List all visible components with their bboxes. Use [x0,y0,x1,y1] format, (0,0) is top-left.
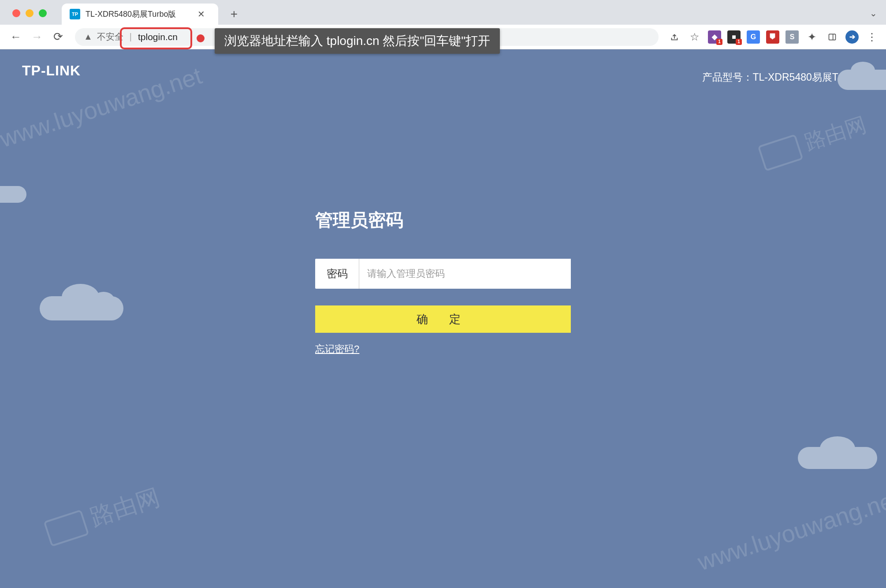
tabs-dropdown-icon[interactable]: ⌄ [870,8,877,19]
extension-translate-icon[interactable]: G [747,30,760,44]
maximize-window-button[interactable] [39,9,47,17]
extensions-puzzle-icon[interactable]: ✦ [805,30,819,44]
extension-badge: 1 [736,39,742,45]
cloud-decoration [838,70,886,90]
svg-rect-0 [829,34,836,40]
login-title: 管理员密码 [315,208,571,232]
bookmark-star-icon[interactable]: ☆ [688,30,702,44]
extension-gray-icon[interactable]: S [785,30,799,44]
extension-ublock-icon[interactable]: ⛊ [766,30,779,44]
watermark: www.luyouwang.net [694,485,886,576]
tab-title: TL-XDR5480易展Turbo版 [86,9,190,19]
window-controls [12,9,47,17]
cloud-decoration [40,296,123,320]
minimize-window-button[interactable] [26,9,34,17]
close-window-button[interactable] [12,9,20,17]
side-panel-icon[interactable] [825,30,839,44]
watermark: 路由网 [42,481,164,548]
tab-bar: TP TL-XDR5480易展Turbo版 ✕ + ⌄ [0,0,886,25]
cloud-decoration [0,186,26,203]
forward-button[interactable]: → [28,28,46,46]
reload-button[interactable]: ⟳ [49,28,67,46]
password-label: 密码 [315,259,359,289]
extension-dark-icon[interactable]: ■1 [727,30,741,44]
url-text: tplogin.cn [138,32,178,42]
forgot-password-link[interactable]: 忘记密码? [315,343,359,354]
password-row: 密码 [315,259,571,289]
extension-badge: 1 [716,39,722,45]
watermark: 路由网 [757,110,870,171]
password-input[interactable] [359,259,571,289]
extension-circle-icon[interactable]: ➔ [845,30,859,44]
page-content: TP-LINK 产品型号：TL-XDR5480易展Turbo版 www.luyo… [0,49,886,588]
tab-favicon: TP [70,9,80,19]
cloud-decoration [798,447,877,469]
brand-logo: TP-LINK [22,63,81,79]
tab-close-icon[interactable]: ✕ [195,8,208,20]
back-button[interactable]: ← [7,28,25,46]
extension-purple-icon[interactable]: ◆1 [708,30,721,44]
login-form: 管理员密码 密码 确 定 忘记密码? [315,208,571,356]
annotation-tooltip: 浏览器地址栏输入 tplogin.cn 然后按"回车键"打开 [215,28,500,54]
share-icon[interactable] [667,30,681,44]
annotation-dot [197,34,205,42]
browser-tab[interactable]: TP TL-XDR5480易展Turbo版 ✕ [62,4,218,25]
toolbar-right: ☆ ◆1 ■1 G ⛊ S ✦ ➔ ⋮ [667,30,879,44]
new-tab-button[interactable]: + [225,5,243,23]
submit-button[interactable]: 确 定 [315,305,571,333]
separator: | [130,32,132,42]
browser-menu-icon[interactable]: ⋮ [865,30,879,44]
security-label: 不安全 [97,31,123,43]
security-warning-icon: ▲ [84,32,93,42]
